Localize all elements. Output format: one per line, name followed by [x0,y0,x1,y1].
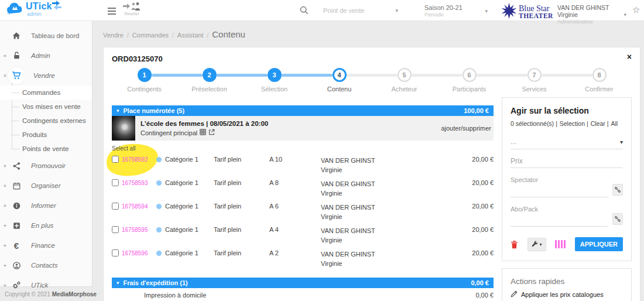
chevron-down-icon: ▾ [620,139,623,145]
order-content: ▾ Place numérotée (5) 100,00 € L'école d… [112,105,494,301]
season-sub: Periode [424,11,463,18]
menu-icon[interactable] [108,8,116,16]
sidebar-item-promouvoir[interactable]: + Promouvoir [0,156,92,176]
tools-dropdown-button[interactable]: ▾ [527,238,546,251]
venue-logo: Blue Star THEATER [501,3,553,21]
season-select[interactable]: Saison 20-21 Periode ▾ [424,4,488,18]
breadcrumb-assistant[interactable]: Assistant [177,32,212,39]
external-link-icon[interactable] [208,129,215,136]
shipping-section: ▾ Frais d'expédition (1) 0,00 € Impressi… [112,278,494,301]
barcode-icon[interactable] [555,240,566,248]
category-dot-icon [156,251,162,256]
unlink-spectator-button[interactable] [612,184,623,196]
apply-catalog-prices-action[interactable]: Appliquer les prix catalogues [511,290,623,299]
sidebar-item-produits[interactable]: Produits [0,128,92,142]
ticket-checkbox[interactable] [112,179,119,186]
section-total: 100,00 € [464,107,489,114]
favorite-star-icon[interactable]: ☆ [632,5,640,15]
sidebar-item-tableau-de-bord[interactable]: Tableau de bord [0,26,92,46]
sidebar-item-informer[interactable]: + Informer [0,196,92,216]
tickets-section-header[interactable]: ▾ Place numérotée (5) 100,00 € [112,105,494,116]
event-title: L'école des femmes | 08/05/2021 à 20:00 [141,120,441,127]
sidebar-item-points-de-vente[interactable]: Points de vente [0,142,92,156]
chevron-down-icon: ▾ [485,8,488,14]
sidebar-item-admin[interactable]: + Admin [0,46,92,66]
panel-title: Agir sur la sélection [511,106,623,115]
euro-icon: € [10,241,23,251]
sidebar-item-vendre[interactable]: × Vendre [0,66,92,85]
ticket-id[interactable]: 16758593 [122,180,148,186]
prix-input[interactable] [511,154,623,168]
venue-name-line1: Blue Star [519,5,553,13]
apply-button[interactable]: APPLIQUER [575,237,623,251]
step-services: 7 Services [502,68,567,93]
order-id: ORD03125070 [112,54,632,63]
chevron-down-icon: ▾ [540,242,542,247]
step-contingents: 1 Contingents [112,68,177,93]
step-confirmer: 8 Confirmer [567,68,632,93]
all-link[interactable]: All [605,120,618,127]
sidebar-item-contacts[interactable]: + Contacts [0,255,92,275]
share-icon [10,162,23,170]
sidebar-item-vos-mises-en-vente[interactable]: Vos mises en vente [0,100,92,114]
reseller-button[interactable]: Reseller [123,2,141,16]
cart-icon [8,67,25,84]
step-contenu: 4 Contenu [307,68,372,93]
section-total: 0,00 € [471,279,489,286]
ticket-id[interactable]: 16758596 [122,250,148,256]
abopack-input[interactable] [511,213,608,227]
cloud-logo-icon [6,2,23,17]
ticket-checkbox[interactable] [112,203,119,210]
user-menu[interactable]: VAN DER GHINST Virginie Administrateur ▾ [557,4,626,25]
info-icon [10,201,23,210]
clear-link[interactable]: Clear [585,120,605,127]
screen: UTick admin Reseller Point de vente ▾ Sa… [0,0,644,301]
venue-name-line2: THEATER [519,13,553,20]
add-remove-link[interactable]: ajouter/supprimer [441,125,491,132]
sidebar-item-en-plus[interactable]: + En plus [0,216,92,235]
event-row: L'école des femmes | 08/05/2021 à 20:00 … [112,116,494,141]
bulk-action-select[interactable]: ... ▾ [511,138,623,149]
selected-count: 0 sélectionné(s) [511,120,554,127]
category-dot-icon [156,204,162,209]
delete-button[interactable] [511,240,518,249]
ticket-checkbox[interactable] [112,249,119,256]
ticket-id[interactable]: 16758595 [122,227,148,233]
unlink-abopack-button[interactable] [612,213,623,225]
ticket-checkbox[interactable] [112,156,119,163]
sidebar-item-organiser[interactable]: + Organiser [0,176,92,196]
selection-panel: Agir sur la sélection 0 sélectionné(s)Se… [502,97,632,261]
ticket-id[interactable]: 16758592 [122,156,148,163]
sidebar-item-utick[interactable]: + UTick [0,275,92,295]
sidebar-item-finance[interactable]: + € Finance [0,235,92,255]
select-all-label[interactable]: Select all [112,145,494,152]
ticket-id[interactable]: 16758594 [122,203,148,210]
spectator-input[interactable] [511,183,608,197]
logo-subtitle: admin [27,12,52,17]
sidebar-item-commandes[interactable]: Commandes [0,85,92,100]
reseller-label: Reseller [123,12,141,16]
point-de-vente-select[interactable]: Point de vente ▾ [323,7,398,14]
shipping-section-header[interactable]: ▾ Frais d'expédition (1) 0,00 € [112,278,494,288]
breadcrumb-commandes[interactable]: Commandes [132,32,177,39]
category-dot-icon [156,157,162,162]
logo-arrows-icon [52,1,61,12]
search-icon[interactable] [300,6,309,17]
main-area: Vendre Commandes Assistant Contenu ORD03… [93,21,644,301]
pencil-icon [511,290,518,299]
wizard-stepper: 1 Contingents 2 Préselection 3 Sélection… [112,68,632,93]
tickets-section: ▾ Place numérotée (5) 100,00 € L'école d… [112,105,494,270]
sidebar-item-contingents-externes[interactable]: Contingents externes [0,114,92,128]
ticket-checkbox[interactable] [112,226,119,233]
breadcrumb-vendre[interactable]: Vendre [103,32,132,39]
breadcrumb-current: Contenu [212,29,245,39]
chevron-down-icon: ▾ [624,12,626,18]
close-icon[interactable]: × [627,52,632,61]
event-thumbnail [112,116,135,141]
ticket-row: 16758595 Catégorie 1 Tarif plein A 4 VAN… [112,223,494,247]
home-icon [10,31,23,40]
seatmap-icon[interactable] [200,129,206,136]
selection-link[interactable]: Selection [554,120,585,127]
venue-star-icon [501,3,517,21]
utick-logo: UTick admin [6,2,52,17]
